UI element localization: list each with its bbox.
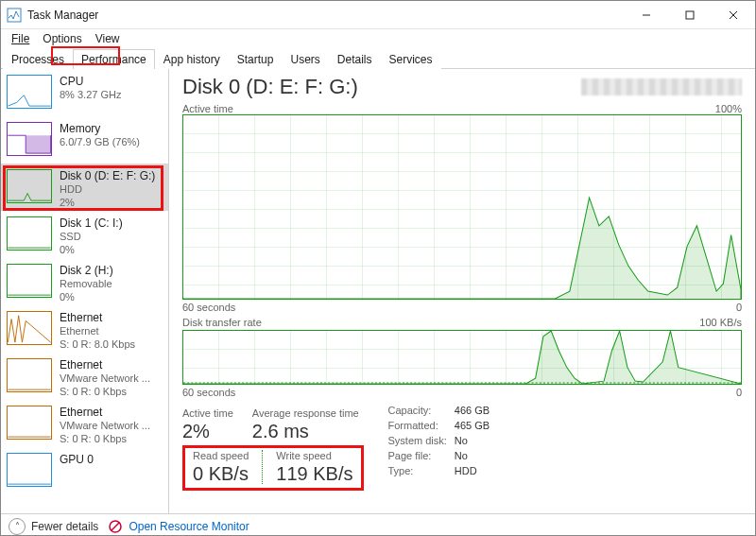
menu-view[interactable]: View — [89, 30, 127, 47]
stat-read-speed: Read speed 0 KB/s — [193, 450, 249, 484]
open-resource-monitor-link[interactable]: Open Resource Monitor — [108, 519, 249, 534]
info-row: Type:HDD — [388, 464, 496, 477]
highlight-speed-box: Read speed 0 KB/s Write speed 119 KB/s — [182, 445, 364, 491]
resource-monitor-icon — [108, 519, 123, 534]
tab-performance[interactable]: Performance — [73, 49, 155, 69]
sidebar-item-label: GPU 0 — [60, 453, 94, 467]
content-area: CPU8% 3.27 GHzMemory6.0/7.9 GB (76%)Disk… — [1, 69, 755, 513]
minimize-button[interactable] — [625, 1, 668, 29]
maximize-button[interactable] — [668, 1, 712, 29]
sidebar-thumb — [7, 216, 52, 251]
chart1-xaxis-right: 0 — [736, 302, 742, 313]
sidebar-thumb — [7, 311, 52, 345]
sidebar-item-label: Disk 1 (C: I:) — [60, 216, 123, 231]
tab-strip: Processes Performance App history Startu… — [1, 48, 755, 69]
sidebar-thumb — [7, 358, 52, 392]
sidebar-item-label: Memory — [60, 122, 140, 136]
chart2-xaxis-left: 60 seconds — [182, 387, 235, 398]
chart2-xaxis-right: 0 — [736, 387, 742, 398]
active-time-chart — [182, 114, 742, 300]
sidebar-thumb — [7, 122, 52, 156]
info-row: Formatted:465 GB — [388, 419, 496, 432]
sidebar-thumb — [7, 75, 52, 109]
menu-bar: File Options View — [1, 29, 755, 48]
tab-users[interactable]: Users — [282, 49, 328, 69]
sidebar-thumb — [7, 453, 52, 487]
sidebar-item-disk-2-h-[interactable]: Disk 2 (H:)Removable0% — [1, 258, 168, 305]
chart2-label: Disk transfer rate — [182, 317, 262, 328]
titlebar: Task Manager — [1, 1, 755, 29]
sidebar-item-memory[interactable]: Memory6.0/7.9 GB (76%) — [1, 116, 168, 164]
disk-info-table: Capacity:466 GBFormatted:465 GBSystem di… — [387, 402, 498, 479]
sidebar-item-label: CPU — [60, 75, 121, 89]
svg-line-6 — [112, 523, 119, 530]
menu-file[interactable]: File — [5, 30, 36, 47]
sidebar-item-label: Ethernet — [60, 406, 150, 420]
transfer-rate-chart — [182, 330, 742, 385]
page-title: Disk 0 (D: E: F: G:) — [182, 75, 358, 99]
sidebar-item-disk-0-d-e-f-g-[interactable]: Disk 0 (D: E: F: G:)HDD2% — [1, 164, 168, 211]
stat-active-time: Active time 2% — [182, 407, 233, 441]
chart1-xaxis-left: 60 seconds — [182, 302, 235, 313]
chart1-max: 100% — [715, 103, 742, 114]
disk-model-text — [581, 78, 742, 95]
tab-services[interactable]: Services — [381, 49, 441, 69]
sidebar-item-disk-1-c-i-[interactable]: Disk 1 (C: I:)SSD0% — [1, 211, 168, 258]
info-row: Capacity:466 GB — [388, 404, 496, 417]
sidebar-item-label: Ethernet — [60, 311, 135, 325]
sidebar-thumb — [7, 406, 52, 440]
tab-processes[interactable]: Processes — [3, 49, 73, 69]
stat-write-speed: Write speed 119 KB/s — [276, 450, 352, 484]
tab-details[interactable]: Details — [329, 49, 381, 69]
sidebar-item-ethernet[interactable]: EthernetVMware Network ...S: 0 R: 0 Kbps — [1, 400, 168, 447]
tab-startup[interactable]: Startup — [229, 49, 283, 69]
footer-bar: ˄ Fewer details Open Resource Monitor — [1, 513, 755, 536]
fewer-details-button[interactable]: ˄ Fewer details — [9, 518, 98, 535]
chart2-max: 100 KB/s — [699, 317, 742, 328]
stat-avg-response: Average response time 2.6 ms — [252, 407, 359, 441]
sidebar-thumb — [7, 264, 52, 298]
chevron-up-icon: ˄ — [9, 518, 26, 535]
performance-sidebar: CPU8% 3.27 GHzMemory6.0/7.9 GB (76%)Disk… — [1, 69, 169, 513]
sidebar-item-ethernet[interactable]: EthernetVMware Network ...S: 0 R: 0 Kbps — [1, 353, 168, 400]
chart1-label: Active time — [182, 103, 233, 114]
info-row: Page file:No — [388, 449, 496, 462]
sidebar-item-cpu[interactable]: CPU8% 3.27 GHz — [1, 69, 168, 116]
detail-panel: Disk 0 (D: E: F: G:) Active time 100% 60… — [169, 69, 755, 513]
menu-options[interactable]: Options — [36, 30, 88, 47]
sidebar-item-gpu-0[interactable]: GPU 0 — [1, 447, 168, 494]
close-button[interactable] — [712, 1, 755, 29]
sidebar-item-label: Disk 0 (D: E: F: G:) — [60, 169, 155, 183]
sidebar-item-ethernet[interactable]: EthernetEthernetS: 0 R: 8.0 Kbps — [1, 305, 168, 353]
svg-rect-2 — [686, 11, 694, 19]
info-row: System disk:No — [388, 434, 496, 447]
sidebar-thumb — [7, 169, 52, 203]
window-title: Task Manager — [27, 9, 625, 22]
sidebar-item-label: Ethernet — [60, 358, 150, 372]
sidebar-item-label: Disk 2 (H:) — [60, 264, 113, 278]
tab-app-history[interactable]: App history — [155, 49, 229, 69]
task-manager-icon — [7, 8, 22, 23]
